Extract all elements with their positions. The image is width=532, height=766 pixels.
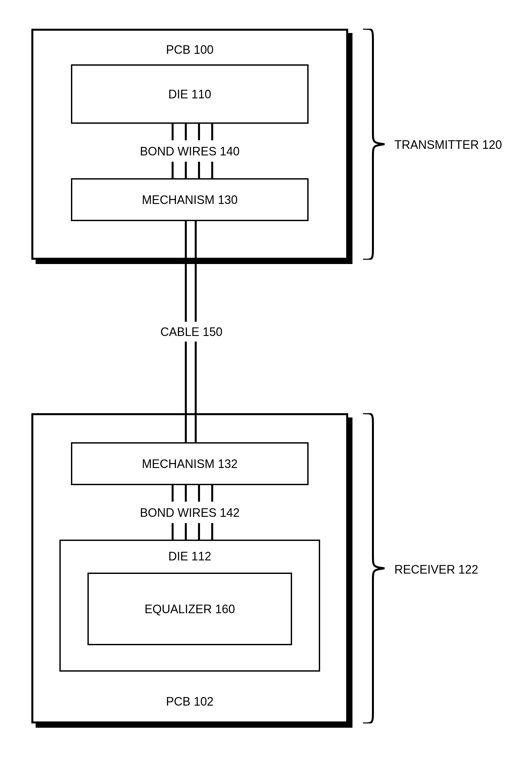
bond-wire xyxy=(185,485,187,502)
equalizer-160-label: EQUALIZER 160 xyxy=(122,602,257,616)
pcb-100-label: PCB 100 xyxy=(139,43,241,57)
bond-wire xyxy=(211,124,213,140)
bond-wires-142-label: BOND WIRES 142 xyxy=(116,506,264,520)
cable-line-into-rx-r xyxy=(195,413,197,442)
bond-wire xyxy=(198,523,200,540)
bond-wire xyxy=(198,124,200,140)
die-110-label: DIE 110 xyxy=(139,87,241,101)
bond-wire xyxy=(211,162,213,178)
bond-wire xyxy=(172,124,174,140)
diagram-canvas: PCB 100 DIE 110 BOND WIRES 140 MECHANISM… xyxy=(0,0,532,766)
bond-wires-140-label: BOND WIRES 140 xyxy=(116,145,264,158)
bond-wire xyxy=(185,523,187,540)
bond-wire xyxy=(198,162,200,178)
pcb-100-box xyxy=(31,29,348,260)
bond-wire xyxy=(211,523,213,540)
receiver-label: RECEIVER 122 xyxy=(394,563,526,577)
pcb-102-label: PCB 102 xyxy=(139,695,241,709)
bond-wire xyxy=(172,162,174,178)
bond-wire xyxy=(185,162,187,178)
transmitter-label: TRANSMITTER 120 xyxy=(394,138,526,152)
mechanism-130-label: MECHANISM 130 xyxy=(122,193,257,207)
die-112-label: DIE 112 xyxy=(139,550,241,563)
cable-label: CABLE 150 xyxy=(142,325,241,339)
bond-wire xyxy=(172,523,174,540)
receiver-brace xyxy=(360,413,386,723)
bond-wire xyxy=(172,485,174,502)
bond-wire xyxy=(211,485,213,502)
cable-line-into-rx-l xyxy=(185,413,187,442)
transmitter-brace xyxy=(360,29,386,260)
bond-wire xyxy=(185,124,187,140)
bond-wire xyxy=(198,485,200,502)
mechanism-132-label: MECHANISM 132 xyxy=(122,457,257,471)
